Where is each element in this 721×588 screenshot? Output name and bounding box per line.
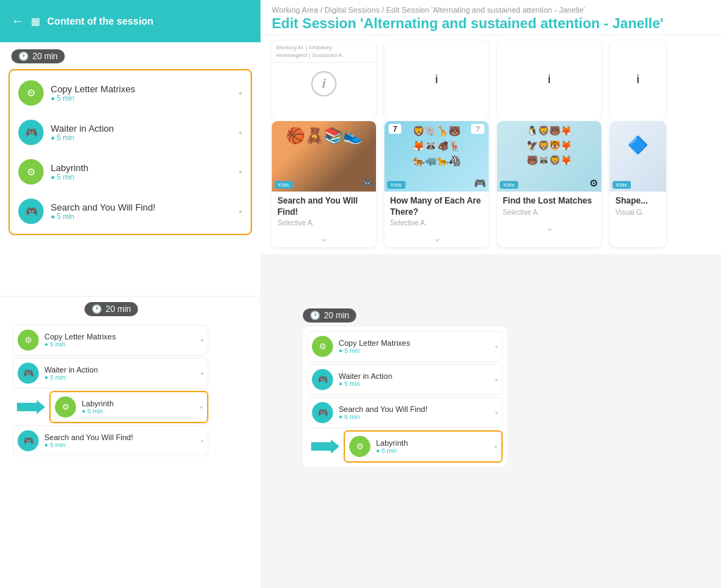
item-icon-game-4: 🎮 xyxy=(18,199,44,224)
info-circle-2: i xyxy=(435,73,438,86)
br-list-item-3: 🎮 Search and You Will Find! 5 min ▪ xyxy=(307,397,503,428)
br-info-4: Labyrinth 5 min xyxy=(376,439,489,454)
bottom-left-duration: 20 min xyxy=(106,304,131,314)
kids-badge-shape: Kids xyxy=(613,181,631,189)
bottom-right-duration: 20 min xyxy=(324,311,349,320)
item-duration-2: 5 min xyxy=(51,134,232,142)
card-image-search: 🏀🧸📚👟 Kids 🎮 xyxy=(272,121,376,192)
bottom-section: 🕐 20 min ⚙ Copy Letter Matrixes 5 min ▪ … xyxy=(0,296,721,588)
br-info-2: Waiter in Action 5 min xyxy=(339,372,489,387)
bl-dur-4: 5 min xyxy=(44,442,195,449)
bottom-right-duration-badge: 🕐 20 min xyxy=(303,308,356,323)
activity-card-shape[interactable]: 🔷 Kids Shape... Visual G. xyxy=(610,121,666,247)
activity-card-matches[interactable]: 🐧🦁🐻🦊🦅🦁🐯🦊🐻🦝🦁🦊 Kids ⚙ Find the Lost Matche… xyxy=(497,121,601,247)
activity-card-info-3[interactable]: i xyxy=(497,41,601,118)
item-info-4: Search and You Will Find! 5 min xyxy=(51,202,232,220)
info-icon-1: i xyxy=(311,71,337,96)
item-name-3: Labyrinth xyxy=(51,163,232,173)
br-trash-3[interactable]: ▪ xyxy=(495,408,498,418)
bl-list-item-3-highlighted: ⚙ Labyrinth 5 min ▪ xyxy=(49,391,208,423)
br-list-item-2: 🎮 Waiter in Action 5 min ▪ xyxy=(307,364,503,395)
card-image-toys: 🏀🧸📚👟 xyxy=(272,121,376,151)
bl-name-1: Copy Letter Matrixes xyxy=(44,332,195,341)
br-dur-3: 5 min xyxy=(339,413,489,420)
shape-icon: 🔷 xyxy=(610,121,666,169)
br-icon-3: 🎮 xyxy=(312,402,333,423)
activity-card-search[interactable]: 🏀🧸📚👟 Kids 🎮 Search and You Will Find! Se… xyxy=(272,121,376,247)
br-list-item-4-highlighted: ⚙ Labyrinth 5 min ▪ xyxy=(344,430,503,463)
br-dur-4: 5 min xyxy=(376,447,489,454)
br-trash-4[interactable]: ▪ xyxy=(494,442,497,451)
clock-icon: 🕐 xyxy=(18,51,29,61)
number-badge: 7 xyxy=(389,124,401,134)
info-circle-1: i xyxy=(311,71,337,96)
bl-list-item-1: ⚙ Copy Letter Matrixes 5 min ▪ xyxy=(13,325,208,356)
activity-card-info-1[interactable]: Working M. | InhibitoryHemineglect | Sus… xyxy=(272,41,376,118)
gear-icon-matches: ⚙ xyxy=(589,177,598,189)
card-body-matches: Find the Lost Matches Selective A. xyxy=(497,192,601,220)
top-session-list: ⚙ Copy Letter Matrixes 5 min ▪ 🎮 Waiter … xyxy=(8,69,252,235)
trash-icon-2[interactable]: ▪ xyxy=(239,127,242,138)
bl-dur-3: 5 min xyxy=(82,408,194,415)
card-top-info-1: Working M. | InhibitoryHemineglect | Sus… xyxy=(272,41,376,63)
card-body-search: Search and You Will Find! Selective A. xyxy=(272,192,376,231)
bottom-left-session-block: ⚙ Copy Letter Matrixes 5 min ▪ 🎮 Waiter … xyxy=(8,320,213,463)
bl-trash-1[interactable]: ▪ xyxy=(201,335,203,345)
info-circle-4: i xyxy=(637,73,639,86)
left-panel: ← ▦ Content of the session 🕐 20 min ⚙ Co… xyxy=(0,0,261,296)
list-item: 🎮 Waiter in Action 5 min ▪ xyxy=(14,114,246,151)
br-arrow-row: ⚙ Labyrinth 5 min ▪ xyxy=(307,430,503,463)
card-body-shape: Shape... Visual G. xyxy=(610,192,666,220)
activity-card-howmany[interactable]: 🦁🐘🦒🐻🦊🦝🐗🦌🐅🦏🐆🦓 7 ? Kids 🎮 How Many of Each… xyxy=(384,121,489,247)
card-chevron-matches: ⌄ xyxy=(497,220,601,237)
card-chevron-search: ⌄ xyxy=(272,231,376,247)
br-name-1: Copy Letter Matrixes xyxy=(339,339,489,347)
image-cards-row: 🏀🧸📚👟 Kids 🎮 Search and You Will Find! Se… xyxy=(261,118,721,254)
item-info-1: Copy Letter Matrixes 5 min xyxy=(51,84,232,102)
trash-icon-1[interactable]: ▪ xyxy=(239,87,242,99)
bl-info-4: Search and You Will Find! 5 min xyxy=(44,433,195,449)
bl-list-item-2: 🎮 Waiter in Action 5 min ▪ xyxy=(13,358,208,389)
card-info-icon-area-3: i xyxy=(497,41,601,118)
bl-list-item-4: 🎮 Search and You Will Find! 5 min ▪ xyxy=(13,425,208,456)
sidebar-header: ← ▦ Content of the session xyxy=(0,0,261,42)
card-category-search: Selective A. xyxy=(277,219,370,227)
item-icon-gear-3: ⚙ xyxy=(18,159,44,184)
info-circle-3: i xyxy=(548,73,551,86)
top-duration-badge: 🕐 20 min xyxy=(11,49,65,63)
card-body-howmany: How Many of Each Are There? Selective A. xyxy=(384,192,489,231)
bl-dur-1: 5 min xyxy=(44,341,195,348)
card-chevron-howmany: ⌄ xyxy=(384,231,489,247)
br-trash-1[interactable]: ▪ xyxy=(495,342,498,351)
br-icon-4: ⚙ xyxy=(349,436,370,457)
card-info-icon-area-4: i xyxy=(610,41,666,118)
activity-card-info-2[interactable]: i xyxy=(384,41,489,118)
bl-arrow-row: ⚙ Labyrinth 5 min ▪ xyxy=(13,391,208,423)
back-button[interactable]: ← xyxy=(11,14,24,29)
br-trash-2[interactable]: ▪ xyxy=(495,375,498,384)
activity-card-info-4[interactable]: i xyxy=(610,41,666,118)
bottom-left-duration-wrapper: 🕐 20 min xyxy=(84,302,261,320)
grid-icon: ▦ xyxy=(31,15,40,27)
bl-icon-3: ⚙ xyxy=(55,396,76,418)
bottom-left-duration-badge: 🕐 20 min xyxy=(84,302,138,316)
bl-trash-3[interactable]: ▪ xyxy=(200,402,203,412)
page-container: ← ▦ Content of the session 🕐 20 min ⚙ Co… xyxy=(0,0,721,588)
bl-trash-4[interactable]: ▪ xyxy=(201,436,203,446)
card-animals-matches: 🐧🦁🐻🦊🦅🦁🐯🦊🐻🦝🦁🦊 xyxy=(497,121,601,170)
svg-marker-1 xyxy=(311,439,339,453)
question-badge: ? xyxy=(471,124,484,134)
br-name-3: Search and You Will Find! xyxy=(339,405,489,413)
bl-trash-2[interactable]: ▪ xyxy=(201,368,203,378)
trash-icon-3[interactable]: ▪ xyxy=(239,166,242,177)
bl-name-3: Labyrinth xyxy=(82,399,194,408)
br-dur-2: 5 min xyxy=(339,380,489,387)
card-name-search: Search and You Will Find! xyxy=(277,196,370,218)
card-category-howmany: Selective A. xyxy=(390,219,483,227)
item-name-1: Copy Letter Matrixes xyxy=(51,84,232,94)
card-name-howmany: How Many of Each Are There? xyxy=(390,196,483,218)
item-info-3: Labyrinth 5 min xyxy=(51,163,232,181)
trash-icon-4[interactable]: ▪ xyxy=(239,206,242,217)
bl-icon-2: 🎮 xyxy=(18,363,39,384)
br-arrow-icon xyxy=(311,438,339,455)
